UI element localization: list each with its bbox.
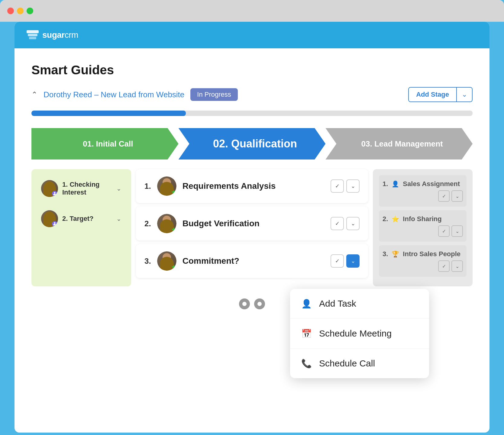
- right-task-1-icon: 👤: [392, 180, 399, 188]
- middle-task-1-check[interactable]: ✓: [331, 179, 344, 193]
- left-task-1-chevron[interactable]: ⌄: [116, 185, 121, 192]
- right-task-1: 1. 👤 Sales Assignment ✓ ⌄: [379, 175, 467, 207]
- schedule-meeting-label: Schedule Meeting: [319, 328, 392, 339]
- middle-task-3: 3. ★ Commitment? ✓ ⌄: [136, 244, 368, 278]
- right-task-3: 3. 🏆 Intro Sales People ✓ ⌄: [379, 245, 467, 277]
- avatar-mt-2: ★: [157, 214, 176, 233]
- right-task-2-icon: ⭐: [392, 215, 399, 223]
- left-task-2-label: 2. Target?: [62, 215, 112, 223]
- dropdown-schedule-meeting[interactable]: 📅 Schedule Meeting: [290, 319, 429, 349]
- right-task-3-check[interactable]: ✓: [438, 260, 450, 272]
- avatar-mt-1: ★: [157, 176, 176, 196]
- main-window: sugarcrm Smart Guides ⌃ Dorothy Reed – N…: [15, 22, 489, 433]
- progress-bar-fill: [31, 111, 186, 116]
- svg-rect-2: [29, 37, 36, 39]
- right-task-2-check[interactable]: ✓: [438, 225, 450, 237]
- schedule-meeting-icon: 📅: [301, 329, 312, 339]
- add-task-icon: 👤: [301, 299, 312, 309]
- middle-task-1-actions: ✓ ⌄: [331, 179, 360, 193]
- middle-task-3-check[interactable]: ✓: [331, 254, 344, 268]
- avatar-badge-lt-1: [52, 191, 57, 196]
- middle-task-1-chevron[interactable]: ⌄: [346, 179, 360, 193]
- right-task-1-actions: ✓ ⌄: [383, 190, 463, 202]
- avatar-badge-lt-2: [52, 221, 57, 227]
- middle-task-3-name: Commitment?: [183, 256, 325, 266]
- left-task-2[interactable]: 2. Target? ⌄: [37, 205, 125, 232]
- middle-task-1: 1. ★ Requirements Analysis ✓ ⌄: [136, 169, 368, 203]
- stage-qualification[interactable]: 02. Qualification: [179, 128, 326, 160]
- left-task-1[interactable]: 1. Checking Interest ⌄: [37, 175, 125, 202]
- add-task-label: Add Task: [319, 298, 356, 309]
- tasks-area: 1. Checking Interest ⌄: [31, 169, 473, 286]
- add-stage-container: Add Stage ⌄: [408, 87, 473, 102]
- avatar-lt-1: [41, 180, 58, 197]
- middle-task-2-chevron[interactable]: ⌄: [346, 217, 360, 230]
- status-badge: In Progress: [190, 88, 238, 101]
- right-task-1-header: 1. 👤 Sales Assignment: [383, 180, 463, 188]
- svg-rect-0: [27, 30, 39, 33]
- collapse-icon[interactable]: ⌃: [31, 90, 37, 99]
- left-tasks-panel: 1. Checking Interest ⌄: [31, 169, 131, 286]
- middle-task-2: 2. ★ Budget Verification ✓ ⌄: [136, 207, 368, 240]
- right-task-2-chevron[interactable]: ⌄: [451, 225, 463, 237]
- schedule-call-label: Schedule Call: [319, 358, 375, 369]
- right-tasks-panel: 1. 👤 Sales Assignment ✓ ⌄ 2. ⭐ Info Shar…: [373, 169, 473, 286]
- schedule-call-icon: 📞: [301, 359, 312, 369]
- add-stage-button[interactable]: Add Stage: [409, 88, 456, 102]
- dropdown-menu: 👤 Add Task 📅 Schedule Meeting 📞 Schedule…: [290, 289, 429, 378]
- middle-task-2-name: Budget Verification: [183, 219, 325, 228]
- maximize-button[interactable]: [27, 8, 33, 14]
- dropdown-add-task[interactable]: 👤 Add Task: [290, 289, 429, 319]
- content-area: Smart Guides ⌃ Dorothy Reed – New Lead f…: [15, 48, 489, 324]
- avatar-lt-2: [41, 210, 58, 227]
- window-chrome: [0, 0, 504, 22]
- top-bar: sugarcrm: [15, 22, 489, 48]
- right-task-3-icon: 🏆: [392, 250, 399, 258]
- stage-lead-management[interactable]: 03. Lead Management: [325, 128, 473, 160]
- svg-point-3: [54, 192, 56, 194]
- middle-task-1-name: Requirements Analysis: [183, 181, 325, 191]
- stages-row: 01. Initial Call 02. Qualification 03. L…: [31, 128, 473, 160]
- svg-point-4: [54, 222, 56, 224]
- close-button[interactable]: [7, 8, 14, 14]
- middle-tasks-panel: 1. ★ Requirements Analysis ✓ ⌄: [136, 169, 368, 286]
- left-task-1-label: 1. Checking Interest: [62, 181, 112, 196]
- dropdown-schedule-call[interactable]: 📞 Schedule Call: [290, 349, 429, 378]
- sugarcrm-logo-icon: [27, 30, 39, 40]
- middle-task-2-actions: ✓ ⌄: [331, 217, 360, 230]
- add-stage-chevron-button[interactable]: ⌄: [456, 88, 472, 102]
- svg-rect-1: [28, 34, 37, 36]
- right-task-3-actions: ✓ ⌄: [383, 260, 463, 272]
- middle-task-3-actions: ✓ ⌄: [331, 254, 360, 268]
- stage-initial-call[interactable]: 01. Initial Call: [31, 128, 179, 160]
- pagination-dot-2[interactable]: [254, 298, 265, 309]
- minimize-button[interactable]: [17, 8, 24, 14]
- avatar-mt-3: ★: [157, 251, 176, 271]
- middle-task-2-check[interactable]: ✓: [331, 217, 344, 230]
- logo: sugarcrm: [27, 30, 78, 40]
- progress-bar-container: [31, 111, 473, 116]
- left-task-2-chevron[interactable]: ⌄: [116, 215, 121, 222]
- pagination-dot-1[interactable]: [239, 298, 250, 309]
- logo-text: sugarcrm: [42, 30, 78, 40]
- lead-name[interactable]: Dorothy Reed – New Lead from Website: [44, 90, 184, 99]
- right-task-1-chevron[interactable]: ⌄: [451, 190, 463, 202]
- lead-row: ⌃ Dorothy Reed – New Lead from Website I…: [31, 87, 473, 102]
- right-task-2-actions: ✓ ⌄: [383, 225, 463, 237]
- right-task-2-header: 2. ⭐ Info Sharing: [383, 215, 463, 223]
- right-task-2: 2. ⭐ Info Sharing ✓ ⌄: [379, 210, 467, 242]
- right-task-3-header: 3. 🏆 Intro Sales People: [383, 250, 463, 258]
- middle-task-3-chevron[interactable]: ⌄: [346, 254, 360, 268]
- page-title: Smart Guides: [31, 63, 473, 77]
- right-task-1-check[interactable]: ✓: [438, 190, 450, 202]
- right-task-3-chevron[interactable]: ⌄: [451, 260, 463, 272]
